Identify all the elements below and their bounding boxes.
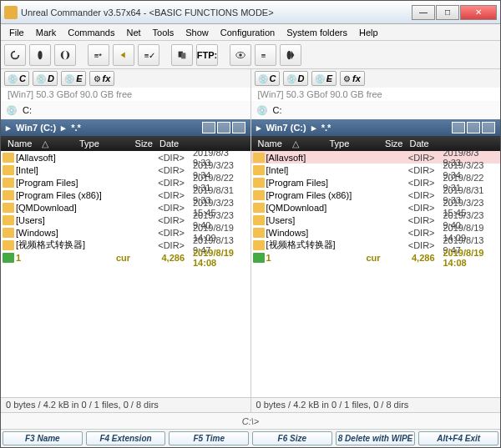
window-title: Unreal Commander v3.57x64 - <BASIC FUNCT… [21,8,412,18]
drive-icon: 💿 [6,105,18,116]
left-pathbar[interactable]: ▸ Win7 (C:) ▸ *.* [1,119,250,136]
right-freespace: [Win7] 50.3 GBof 90.0 GB free [251,88,501,101]
path-label: Win7 (C:) [16,123,56,133]
col-type[interactable]: Type [76,137,116,150]
folder-icon [253,153,265,163]
titlebar[interactable]: Unreal Commander v3.57x64 - <BASIC FUNCT… [1,1,500,24]
drive-e-button[interactable]: 💿E [61,71,86,86]
f4-button[interactable]: F4 Extension [86,431,166,445]
path-mini-2[interactable] [217,122,230,133]
right-pathbar[interactable]: ▸ Win7 (C:) ▸ *.* [251,119,501,136]
chevron-right-icon: ▸ [256,123,261,133]
chevron-right-icon: ▸ [311,123,316,133]
left-curdrive[interactable]: 💿 C: [1,101,250,119]
file-size: 4,286 [144,253,185,263]
f6-button[interactable]: F6 Size [252,431,332,445]
menu-show[interactable]: Show [180,26,214,39]
right-filelist[interactable]: [Allavsoft]<DIR>2019/8/3 9:33[Intel]<DIR… [251,151,501,397]
panes: 💿C 💿D 💿E ⚙fx [Win7] 50.3 GBof 90.0 GB fr… [1,69,500,412]
right-pane: 💿C 💿D 💿E ⚙fx [Win7] 50.3 GBof 90.0 GB fr… [251,69,501,412]
ftp-label[interactable]: FTP: [196,44,218,66]
file-size: <DIR> [144,165,185,175]
eye-icon[interactable] [230,44,251,66]
menu-configuration[interactable]: Configuration [215,26,280,39]
menu-systemfolders[interactable]: System folders [281,26,352,39]
file-name: [Program Files (x86)] [266,190,367,200]
f3-button[interactable]: F3 Name [3,431,83,445]
left-columns: Name△ Type Size Date [1,136,250,151]
copy-icon[interactable] [171,44,193,66]
folder-icon [253,228,265,238]
undo-icon[interactable] [113,44,134,66]
close-button[interactable]: ✕ [460,5,497,20]
panel-right-icon[interactable] [54,44,76,66]
list-small-icon[interactable]: ≡ [255,44,276,66]
col-name[interactable]: Name△ [1,137,76,151]
path-crumb: *.* [321,123,331,133]
left-drivebar: 💿C 💿D 💿E ⚙fx [1,69,250,88]
list-item[interactable]: 1cur4,2862019/8/19 14:08 [251,251,501,264]
command-line[interactable]: C:\> [1,412,500,429]
right-columns: Name△ Type Size Date [251,136,501,151]
col-size[interactable]: Size [116,137,156,150]
path-crumb: *.* [71,123,81,133]
left-freespace: [Win7] 50.3 GBof 90.0 GB free [1,88,250,101]
menu-help[interactable]: Help [354,26,383,39]
left-pane: 💿C 💿D 💿E ⚙fx [Win7] 50.3 GBof 90.0 GB fr… [1,69,251,412]
folder-icon [3,240,14,250]
drive-d-button[interactable]: 💿D [33,71,58,86]
col-date[interactable]: Date [156,137,250,150]
file-size: <DIR> [144,215,185,225]
file-name: [QMDownload] [16,203,116,213]
drive-e-button[interactable]: 💿E [311,71,337,86]
f8-button[interactable]: 8 Delete with WIPE [336,431,416,445]
file-size: <DIR> [144,190,185,200]
list-item[interactable]: 1cur4,2862019/8/19 14:08 [1,251,250,264]
list-asterisk-icon[interactable]: ≡* [88,44,109,66]
file-name: [视频格式转换器] [16,239,116,251]
drive-fx-button[interactable]: ⚙fx [340,71,365,86]
maximize-button[interactable]: □ [436,5,459,20]
file-size: <DIR> [144,240,185,250]
path-mini-1[interactable] [202,122,215,133]
altf4-button[interactable]: Alt+F4 Exit [418,431,498,445]
menu-mark[interactable]: Mark [31,26,61,39]
path-mini-1[interactable] [452,122,465,133]
file-name: 1 [266,253,367,263]
col-size[interactable]: Size [367,137,407,150]
slide-icon[interactable] [280,44,301,66]
path-mini-3[interactable] [232,122,245,133]
menu-net[interactable]: Net [121,26,145,39]
panel-left-icon[interactable] [29,44,51,66]
col-name[interactable]: Name△ [251,137,326,151]
app-icon [4,6,18,19]
svg-point-0 [38,50,42,59]
drive-d-button[interactable]: 💿D [283,71,308,86]
file-size: <DIR> [395,228,435,238]
right-curdrive[interactable]: 💿 C: [251,101,501,119]
f5-button[interactable]: F5 Time [169,431,249,445]
drive-fx-button[interactable]: ⚙fx [89,71,114,86]
menu-commands[interactable]: Commands [63,26,119,39]
file-size: <DIR> [395,203,435,213]
menu-tools[interactable]: Tools [148,26,180,39]
folder-icon [253,215,265,225]
menu-file[interactable]: File [4,26,29,39]
file-name: [Windows] [266,228,367,238]
file-name: [QMDownload] [266,203,367,213]
app-window: Unreal Commander v3.57x64 - <BASIC FUNCT… [0,0,501,448]
list-check-icon[interactable]: ≡✓ [138,44,159,66]
folder-icon [253,203,265,213]
drive-c-button[interactable]: 💿C [4,71,29,86]
left-filelist[interactable]: [Allavsoft]<DIR>2019/8/3 9:33[Intel]<DIR… [1,151,250,397]
drive-c-button[interactable]: 💿C [255,71,280,86]
col-date[interactable]: Date [407,137,501,150]
path-mini-2[interactable] [467,122,480,133]
minimize-button[interactable]: — [412,5,435,20]
path-mini-3[interactable] [482,122,495,133]
left-status: 0 bytes / 4.2 kB in 0 / 1 files, 0 / 8 d… [1,397,250,412]
file-name: 1 [16,253,116,263]
refresh-icon[interactable] [4,44,26,66]
svg-point-2 [63,50,67,59]
col-type[interactable]: Type [326,137,367,150]
